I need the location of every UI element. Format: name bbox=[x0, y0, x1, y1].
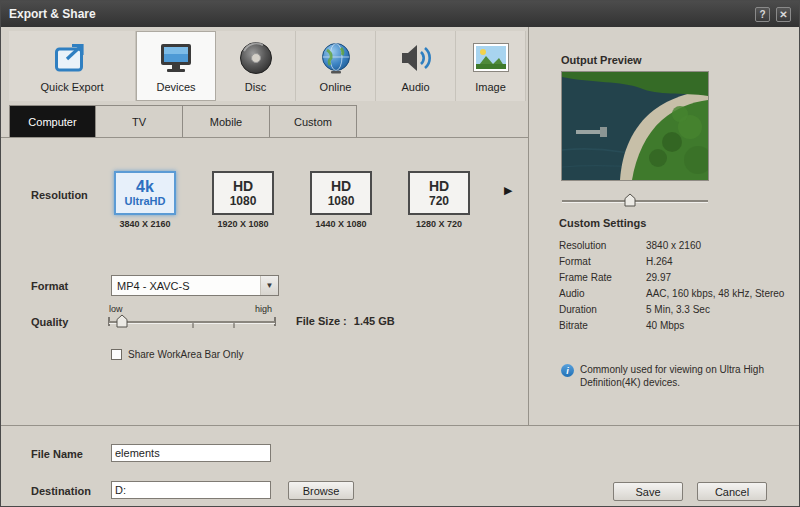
resolution-option-4k-ultrahd[interactable]: 4k UltraHD bbox=[114, 171, 176, 215]
preview-image bbox=[562, 72, 708, 180]
resolution-card-line1: 4k bbox=[136, 179, 154, 194]
usage-note: i Commonly used for viewing on Ultra Hig… bbox=[561, 364, 789, 389]
resolution-card-subtitle: 3840 X 2160 bbox=[114, 219, 176, 229]
quality-slider[interactable] bbox=[107, 313, 277, 331]
tab-tv[interactable]: TV bbox=[96, 105, 183, 138]
usage-note-text: Commonly used for viewing on Ultra High … bbox=[580, 364, 789, 389]
tab-label: TV bbox=[132, 116, 146, 128]
resolution-option-hd1080-1440[interactable]: HD 1080 bbox=[310, 171, 372, 215]
settings-value: 40 Mbps bbox=[646, 320, 684, 331]
tab-computer[interactable]: Computer bbox=[9, 105, 96, 138]
tab-label: Disc bbox=[245, 81, 266, 93]
online-icon bbox=[319, 40, 353, 76]
info-icon: i bbox=[561, 364, 574, 377]
image-icon bbox=[473, 40, 509, 76]
tab-label: Devices bbox=[156, 81, 195, 93]
resolution-option-column: HD 1080 1920 X 1080 bbox=[212, 171, 274, 229]
settings-value: 5 Min, 3.3 Sec bbox=[646, 304, 710, 315]
settings-key: Audio bbox=[559, 288, 585, 299]
file-size-label: File Size : bbox=[296, 315, 347, 327]
tab-label: Mobile bbox=[210, 116, 242, 128]
cancel-button[interactable]: Cancel bbox=[697, 482, 767, 501]
resolution-card-line2: 1080 bbox=[230, 194, 257, 208]
chevron-down-icon: ▼ bbox=[260, 276, 278, 295]
settings-key: Frame Rate bbox=[559, 272, 612, 283]
tab-label: Online bbox=[320, 81, 352, 93]
format-label: Format bbox=[31, 280, 68, 292]
tab-audio[interactable]: Audio bbox=[376, 31, 456, 101]
settings-value: 3840 x 2160 bbox=[646, 240, 701, 251]
share-workarea-checkbox[interactable] bbox=[111, 349, 122, 360]
save-button[interactable]: Save bbox=[613, 482, 683, 501]
settings-value: 29.97 bbox=[646, 272, 671, 283]
tab-disc[interactable]: Disc bbox=[216, 31, 296, 101]
file-size-value: 1.45 GB bbox=[354, 315, 395, 327]
tab-label: Audio bbox=[401, 81, 429, 93]
export-share-dialog: Export & Share ? ✕ Quick Export bbox=[0, 0, 800, 507]
custom-settings-title: Custom Settings bbox=[559, 217, 646, 229]
format-dropdown[interactable]: MP4 - XAVC-S ▼ bbox=[111, 275, 279, 296]
settings-key: Format bbox=[559, 256, 591, 267]
help-icon[interactable]: ? bbox=[755, 7, 770, 22]
quick-export-icon bbox=[54, 40, 90, 76]
output-preview-thumbnail bbox=[561, 71, 709, 181]
browse-button[interactable]: Browse bbox=[288, 481, 354, 500]
resolution-label: Resolution bbox=[31, 189, 88, 201]
tab-quick-export[interactable]: Quick Export bbox=[9, 31, 136, 101]
resolution-card-line1: HD bbox=[233, 179, 253, 194]
footer-divider bbox=[1, 425, 800, 426]
dialog-title: Export & Share bbox=[9, 7, 96, 21]
tab-label: Image bbox=[475, 81, 506, 93]
tab-label: Computer bbox=[28, 116, 76, 128]
share-workarea-label: Share WorkArea Bar Only bbox=[128, 349, 243, 360]
resolution-card-line2: 720 bbox=[429, 194, 449, 208]
file-size: File Size : 1.45 GB bbox=[296, 315, 395, 327]
preview-slider[interactable] bbox=[561, 193, 709, 209]
browse-button-label: Browse bbox=[303, 485, 340, 497]
tab-online[interactable]: Online bbox=[296, 31, 376, 101]
devices-icon bbox=[158, 40, 194, 76]
resolution-card-line1: HD bbox=[331, 179, 351, 194]
quality-label: Quality bbox=[31, 316, 68, 328]
settings-value: AAC, 160 kbps, 48 kHz, Stereo bbox=[646, 288, 784, 299]
resolution-option-column: HD 720 1280 X 720 bbox=[408, 171, 470, 229]
tab-mobile[interactable]: Mobile bbox=[183, 105, 270, 138]
resolution-option-hd1080-1920[interactable]: HD 1080 bbox=[212, 171, 274, 215]
resolution-scroll-right-icon[interactable]: ▶ bbox=[504, 184, 512, 197]
resolution-card-line2: 1080 bbox=[328, 194, 355, 208]
disc-icon bbox=[239, 40, 273, 76]
preview-slider-thumb[interactable] bbox=[625, 194, 635, 206]
settings-key: Bitrate bbox=[559, 320, 588, 331]
file-name-label: File Name bbox=[31, 448, 83, 460]
settings-key: Resolution bbox=[559, 240, 606, 251]
resolution-option-column: 4k UltraHD 3840 X 2160 bbox=[114, 171, 176, 229]
resolution-option-hd720[interactable]: HD 720 bbox=[408, 171, 470, 215]
tab-devices[interactable]: Devices bbox=[136, 31, 216, 101]
device-category-tabs: Computer TV Mobile Custom bbox=[9, 105, 357, 138]
resolution-card-line1: HD bbox=[429, 179, 449, 194]
destination-label: Destination bbox=[31, 485, 91, 497]
format-dropdown-value: MP4 - XAVC-S bbox=[112, 280, 260, 292]
resolution-option-column: HD 1080 1440 X 1080 bbox=[310, 171, 372, 229]
quality-slider-thumb[interactable] bbox=[117, 315, 127, 327]
panel-divider bbox=[528, 27, 529, 425]
titlebar: Export & Share ? ✕ bbox=[1, 1, 799, 27]
tab-custom[interactable]: Custom bbox=[270, 105, 357, 138]
output-preview-title: Output Preview bbox=[561, 54, 642, 66]
tab-image[interactable]: Image bbox=[456, 31, 526, 101]
resolution-card-subtitle: 1920 X 1080 bbox=[212, 219, 274, 229]
share-workarea-row: Share WorkArea Bar Only bbox=[111, 349, 243, 360]
file-name-input[interactable] bbox=[111, 444, 271, 462]
close-icon[interactable]: ✕ bbox=[776, 7, 791, 22]
save-button-label: Save bbox=[635, 486, 660, 498]
tab-label: Quick Export bbox=[41, 81, 104, 93]
destination-input[interactable] bbox=[111, 481, 271, 499]
settings-value: H.264 bbox=[646, 256, 673, 267]
tab-label: Custom bbox=[294, 116, 332, 128]
export-type-tabs: Quick Export Devices bbox=[9, 31, 526, 101]
settings-key: Duration bbox=[559, 304, 597, 315]
cancel-button-label: Cancel bbox=[715, 486, 749, 498]
resolution-card-subtitle: 1280 X 720 bbox=[408, 219, 470, 229]
resolution-card-line2: UltraHD bbox=[125, 194, 166, 208]
tab-underline bbox=[1, 137, 528, 138]
